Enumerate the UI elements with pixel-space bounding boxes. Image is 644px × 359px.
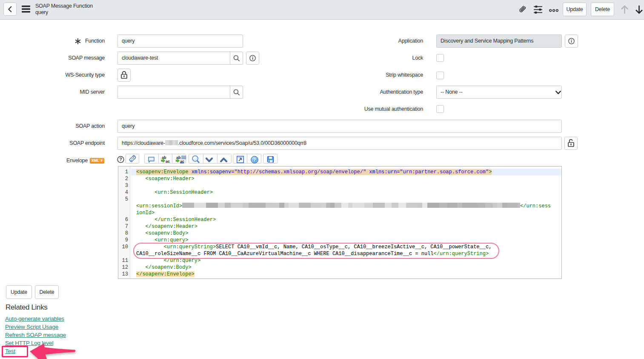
svg-text:?: ?	[253, 157, 256, 162]
svg-text:?: ?	[119, 157, 122, 162]
svg-text:ac: ac	[180, 159, 184, 164]
svg-text:ac: ac	[166, 159, 170, 164]
